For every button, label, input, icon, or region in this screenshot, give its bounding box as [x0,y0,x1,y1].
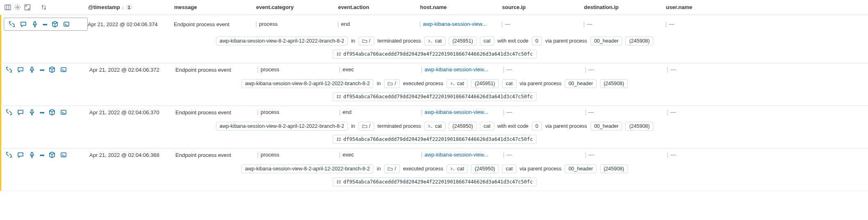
gear-icon[interactable] [14,4,21,11]
row-main: •••Apr 21, 2022 @ 02:04:06.370Endpoint p… [5,109,864,116]
fullscreen-icon[interactable] [24,4,31,11]
comment-icon[interactable] [17,66,24,73]
text-parent-label: via parent process [520,81,561,86]
terminal-icon [428,39,433,43]
pill-exit-code[interactable]: 0 [532,122,542,131]
cell-sourceip: — [503,109,585,116]
col-head-action[interactable]: event.action [338,4,420,10]
pill-parent-name[interactable]: 00_header [591,36,623,45]
col-head-destip[interactable]: destination.ip [584,4,666,10]
row-main: •••Apr 21, 2022 @ 02:04:06.368Endpoint p… [5,151,864,159]
cell-destip: — [585,109,667,116]
pill-exit-code[interactable]: 0 [532,36,542,45]
cell-hostname[interactable]: awp-kibana-session-view... [421,109,503,116]
pill-proc-name-2[interactable]: cat [502,79,516,88]
pill-parent-name[interactable]: 00_header [565,164,597,173]
pill-parent-pid[interactable]: (245908) [625,122,653,131]
pill-folder[interactable]: / [359,122,374,131]
pill-folder[interactable]: / [384,79,400,88]
session-view-icon[interactable] [60,109,67,116]
pill-hash[interactable]: df954abca766aceddd79dd20429e4f2220190186… [333,50,536,59]
text-exit-label: with exit code [498,38,529,44]
cell-action: exec [339,66,421,73]
expand-icon[interactable] [8,20,16,28]
analyzer-icon[interactable] [51,20,59,28]
analyzer-icon[interactable] [48,109,56,116]
col-head-hostname[interactable]: host.name [420,4,502,10]
row-main: •••Apr 21, 2022 @ 02:04:06.374Endpoint p… [5,18,864,31]
cell-timestamp: Apr 21, 2022 @ 02:04:06.370 [89,109,175,116]
pill-hash[interactable]: df954abca766aceddd79dd20429e4f2220190186… [333,177,536,186]
pill-branch[interactable]: awp-kibana-session-view-8-2-april-12-202… [241,164,373,173]
pill-parent-pid[interactable]: (245908) [600,164,628,173]
pill-proc-name[interactable]: cat [447,164,468,173]
pill-pid[interactable]: (245951) [449,36,477,45]
timestamp-label: @timestamp [88,4,120,10]
sort-icon[interactable] [40,4,48,11]
comment-icon[interactable] [17,109,24,116]
more-actions-icon[interactable]: ••• [40,152,44,158]
columns-icon[interactable] [4,4,11,11]
col-head-category[interactable]: event.category [256,4,338,10]
comment-icon[interactable] [17,151,24,159]
pill-pid[interactable]: (245951) [471,79,499,88]
pill-branch[interactable]: awp-kibana-session-view-8-2-april-12-202… [216,36,348,45]
pill-proc-name-2[interactable]: cat [480,122,494,131]
cell-hostname[interactable]: awp-kibana-session-view... [421,152,503,158]
pin-icon[interactable] [28,151,36,159]
pill-proc-name[interactable]: cat [424,36,445,45]
col-head-message[interactable]: message [174,4,256,10]
row-main: •••Apr 21, 2022 @ 02:04:06.372Endpoint p… [5,66,864,73]
pill-parent-pid[interactable]: (245908) [625,36,653,45]
pill-branch[interactable]: awp-kibana-session-view-8-2-april-12-202… [241,79,373,88]
pill-pid[interactable]: (245950) [449,122,477,131]
expand-icon[interactable] [5,109,13,116]
cell-sourceip: — [502,21,584,27]
pill-hash[interactable]: df954abca766aceddd79dd20429e4f2220190186… [333,92,536,101]
pill-proc-name[interactable]: cat [424,122,445,131]
text-proc-verb: terminated process [377,38,421,44]
pill-folder[interactable]: / [384,164,400,173]
session-view-icon[interactable] [60,151,67,159]
more-actions-icon[interactable]: ••• [40,109,44,116]
row-detail-hash: df954abca766aceddd79dd20429e4f2220190186… [5,177,864,186]
session-view-icon[interactable] [63,20,70,28]
comment-icon[interactable] [20,20,27,28]
events-table: @timestamp ↓ 1 message event.category ev… [0,0,868,191]
analyzer-icon[interactable] [48,151,56,159]
pin-icon[interactable] [28,66,36,73]
pill-pid[interactable]: (245950) [471,164,499,173]
hash-icon [336,137,341,142]
more-actions-icon[interactable]: ••• [43,21,47,27]
pill-proc-name[interactable]: cat [447,79,468,88]
more-actions-icon[interactable]: ••• [40,67,44,73]
cell-category: process [257,66,339,73]
pill-parent-name[interactable]: 00_header [591,122,623,131]
pill-proc-name-2[interactable]: cat [480,36,494,45]
expand-icon[interactable] [5,66,13,73]
expand-icon[interactable] [5,151,13,159]
cell-hostname[interactable]: awp-kibana-session-view... [421,66,503,73]
pill-proc-name-2[interactable]: cat [502,164,516,173]
pin-icon[interactable] [31,20,39,28]
pill-hash[interactable]: df954abca766aceddd79dd20429e4f2220190186… [333,135,536,144]
text-in: in [377,166,381,172]
pin-icon[interactable] [28,109,36,116]
session-view-icon[interactable] [60,66,67,73]
pill-folder[interactable]: / [359,36,374,45]
pill-parent-name[interactable]: 00_header [565,79,597,88]
text-in: in [377,81,381,86]
cell-username: — [666,21,748,27]
col-head-timestamp[interactable]: @timestamp ↓ 1 [88,4,174,10]
header-row: @timestamp ↓ 1 message event.category ev… [0,0,868,15]
svg-rect-0 [5,5,11,10]
col-head-username[interactable]: user.name [666,4,748,10]
pill-parent-pid[interactable]: (245908) [600,79,628,88]
pill-branch[interactable]: awp-kibana-session-view-8-2-april-12-202… [216,122,348,131]
cell-hostname[interactable]: awp-kibana-session-view... [420,21,502,27]
analyzer-icon[interactable] [48,66,56,73]
col-head-sourceip[interactable]: source.ip [502,4,584,10]
cell-action: end [338,21,420,27]
cell-action: exec [339,152,421,158]
folder-icon [388,81,393,86]
